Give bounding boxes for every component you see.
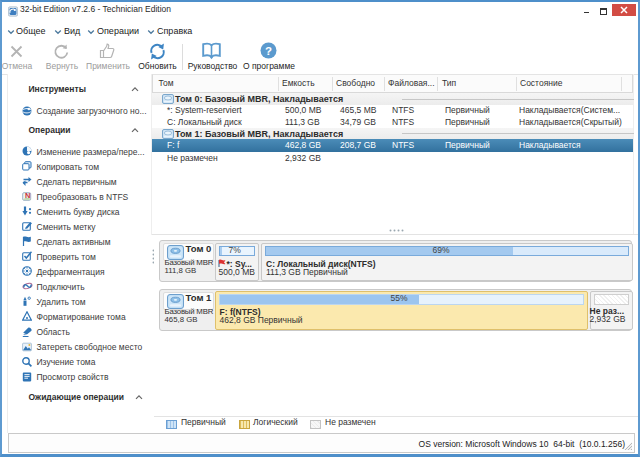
svg-text:?: ? — [265, 45, 272, 57]
svg-text:N: N — [25, 191, 30, 200]
